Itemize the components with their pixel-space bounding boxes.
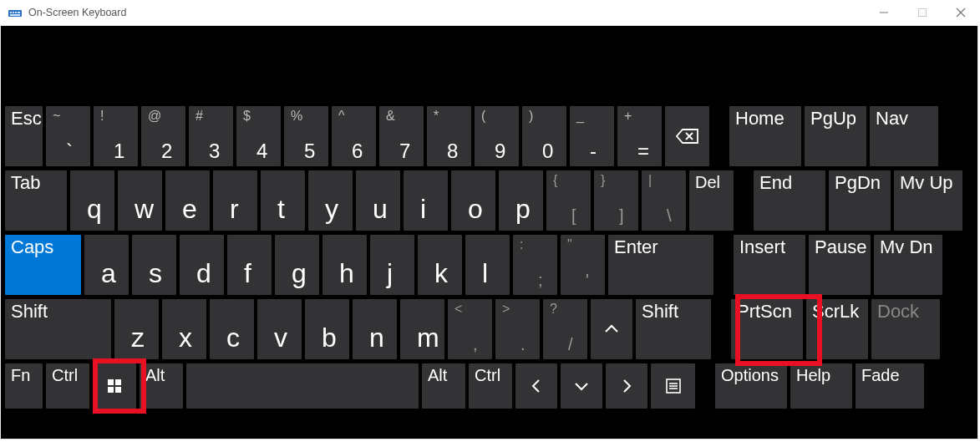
key-fn[interactable]: Fn <box>5 363 43 409</box>
svg-line-8 <box>957 8 965 17</box>
key-8[interactable]: *8 <box>427 106 471 166</box>
key-v[interactable]: v <box>257 299 302 359</box>
key-dock[interactable]: Dock <box>871 299 940 359</box>
key-alt-left[interactable]: Alt <box>140 363 183 409</box>
key-slash[interactable]: ?/ <box>543 299 587 359</box>
key-j[interactable]: j <box>370 235 414 295</box>
key-shift-left[interactable]: Shift <box>5 299 111 359</box>
key-enter[interactable]: Enter <box>608 235 713 295</box>
key-l[interactable]: l <box>465 235 510 295</box>
keyboard-area: Esc ~` !1 @2 #3 $4 %5 ^6 &7 *8 (9 )0 _- … <box>0 25 978 439</box>
key-7[interactable]: &7 <box>379 106 424 166</box>
key-period[interactable]: >. <box>495 299 540 359</box>
windows-icon <box>93 363 136 409</box>
key-fade[interactable]: Fade <box>856 363 924 409</box>
key-2[interactable]: @2 <box>141 106 185 166</box>
key-arrow-right[interactable] <box>606 363 647 409</box>
key-ctrl-right[interactable]: Ctrl <box>469 363 512 409</box>
key-help[interactable]: Help <box>790 363 852 409</box>
key-c[interactable]: c <box>210 299 254 359</box>
key-mvdn[interactable]: Mv Dn <box>874 235 942 295</box>
key-m[interactable]: m <box>400 299 444 359</box>
key-equals[interactable]: += <box>617 106 662 166</box>
key-nav[interactable]: Nav <box>870 106 938 166</box>
key-q[interactable]: q <box>70 170 114 231</box>
key-scrlk[interactable]: ScrLk <box>806 299 868 359</box>
key-5[interactable]: %5 <box>284 106 328 166</box>
key-backslash[interactable]: |\ <box>642 170 686 231</box>
svg-rect-12 <box>108 379 114 385</box>
key-o[interactable]: o <box>451 170 495 231</box>
key-semicolon[interactable]: :; <box>513 235 557 295</box>
key-caps[interactable]: Caps <box>5 235 81 295</box>
key-w[interactable]: w <box>118 170 162 231</box>
key-tab[interactable]: Tab <box>5 170 67 231</box>
key-t[interactable]: t <box>261 170 305 231</box>
key-0[interactable]: )0 <box>522 106 566 166</box>
key-3[interactable]: #3 <box>189 106 233 166</box>
key-prtscn[interactable]: PrtScn <box>731 299 803 359</box>
key-windows[interactable] <box>93 363 136 409</box>
key-esc[interactable]: Esc <box>5 106 43 166</box>
key-home[interactable]: Home <box>729 106 801 166</box>
svg-rect-1 <box>10 12 12 13</box>
key-arrow-left[interactable] <box>515 363 557 409</box>
close-button[interactable] <box>942 0 980 25</box>
key-minus[interactable]: _- <box>570 106 614 166</box>
key-comma[interactable]: <, <box>448 299 492 359</box>
key-pause[interactable]: Pause <box>809 235 871 295</box>
key-backtick[interactable]: ~` <box>46 106 90 166</box>
key-arrow-up[interactable] <box>591 299 632 359</box>
backspace-icon <box>665 106 709 166</box>
svg-rect-3 <box>15 12 17 13</box>
key-bracket-left[interactable]: {[ <box>546 170 591 231</box>
key-f[interactable]: f <box>227 235 272 295</box>
key-d[interactable]: d <box>180 235 224 295</box>
key-mvup[interactable]: Mv Up <box>894 170 962 231</box>
key-e[interactable]: e <box>165 170 210 231</box>
key-4[interactable]: $4 <box>236 106 281 166</box>
key-u[interactable]: u <box>356 170 400 231</box>
key-ctrl-left[interactable]: Ctrl <box>46 363 89 409</box>
key-arrow-down[interactable] <box>561 363 602 409</box>
key-r[interactable]: r <box>213 170 257 231</box>
key-menu[interactable] <box>651 363 695 409</box>
key-g[interactable]: g <box>275 235 319 295</box>
key-9[interactable]: (9 <box>475 106 519 166</box>
chevron-up-icon <box>591 299 632 359</box>
svg-rect-5 <box>10 14 20 16</box>
key-n[interactable]: n <box>353 299 397 359</box>
maximize-button[interactable] <box>903 0 942 25</box>
key-shift-right[interactable]: Shift <box>636 299 711 359</box>
key-insert[interactable]: Insert <box>734 235 805 295</box>
key-space[interactable] <box>186 363 419 409</box>
key-options[interactable]: Options <box>715 363 787 409</box>
chevron-left-icon <box>515 363 557 409</box>
key-y[interactable]: y <box>308 170 353 231</box>
key-a[interactable]: a <box>84 235 129 295</box>
minimize-button[interactable] <box>865 0 903 25</box>
svg-rect-7 <box>919 9 927 17</box>
key-del[interactable]: Del <box>689 170 734 231</box>
key-6[interactable]: ^6 <box>332 106 376 166</box>
svg-rect-2 <box>13 12 14 13</box>
key-i[interactable]: i <box>404 170 448 231</box>
key-s[interactable]: s <box>132 235 176 295</box>
key-bracket-right[interactable]: }] <box>594 170 638 231</box>
chevron-right-icon <box>606 363 647 409</box>
key-x[interactable]: x <box>162 299 206 359</box>
key-pgup[interactable]: PgUp <box>805 106 866 166</box>
key-end[interactable]: End <box>754 170 825 231</box>
titlebar: On-Screen Keyboard <box>0 0 980 25</box>
key-apostrophe[interactable]: "' <box>561 235 605 295</box>
key-p[interactable]: p <box>499 170 543 231</box>
window-title: On-Screen Keyboard <box>28 7 126 18</box>
key-pgdn[interactable]: PgDn <box>829 170 891 231</box>
key-alt-right[interactable]: Alt <box>422 363 465 409</box>
key-k[interactable]: k <box>418 235 462 295</box>
key-h[interactable]: h <box>322 235 367 295</box>
key-backspace[interactable] <box>665 106 709 166</box>
key-z[interactable]: z <box>114 299 159 359</box>
key-b[interactable]: b <box>305 299 349 359</box>
key-1[interactable]: !1 <box>94 106 138 166</box>
